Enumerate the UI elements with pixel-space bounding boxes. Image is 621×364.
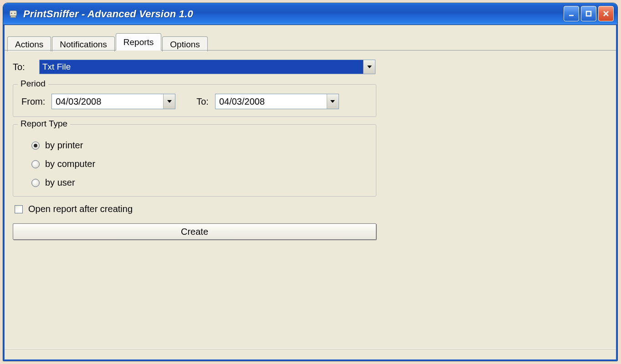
svg-point-3 xyxy=(14,12,15,13)
open-after-label: Open report after creating xyxy=(28,204,133,214)
dropdown-icon xyxy=(327,94,339,109)
radio-label: by printer xyxy=(45,140,83,151)
dropdown-icon xyxy=(163,94,175,109)
app-window: PrintSniffer - Advanced Version 1.0 Acti… xyxy=(3,3,618,361)
radio-by-printer[interactable]: by printer xyxy=(31,140,368,151)
tabstrip: Actions Notifications Reports Options xyxy=(5,25,616,51)
svg-marker-9 xyxy=(167,100,172,103)
svg-rect-0 xyxy=(10,10,17,15)
output-destination-row: To: Txt File xyxy=(13,60,608,74)
radio-label: by user xyxy=(45,177,75,188)
radio-by-computer[interactable]: by computer xyxy=(31,159,368,169)
tab-options[interactable]: Options xyxy=(162,36,207,51)
svg-rect-5 xyxy=(586,11,591,16)
output-destination-value: Txt File xyxy=(40,60,363,74)
radio-icon xyxy=(31,142,40,150)
create-button-label: Create xyxy=(181,227,208,237)
minimize-button[interactable] xyxy=(564,6,579,21)
to-label: To: xyxy=(13,62,31,72)
window-title: PrintSniffer - Advanced Version 1.0 xyxy=(23,8,193,20)
to-label-period: To: xyxy=(196,96,209,107)
svg-marker-10 xyxy=(330,100,335,103)
from-date-value: 04/03/2008 xyxy=(52,94,163,109)
output-destination-combo[interactable]: Txt File xyxy=(39,60,375,74)
to-date-picker[interactable]: 04/03/2008 xyxy=(215,94,339,109)
checkbox-icon xyxy=(15,205,23,213)
period-groupbox: Period From: 04/03/2008 To: 04/03/2008 xyxy=(13,84,376,117)
period-legend: Period xyxy=(18,79,48,89)
tab-content-reports: To: Txt File Period From: 04/03/2008 xyxy=(5,51,616,347)
from-date-picker[interactable]: 04/03/2008 xyxy=(51,94,175,109)
radio-icon xyxy=(31,160,40,168)
to-date-value: 04/03/2008 xyxy=(216,94,327,109)
svg-rect-1 xyxy=(11,15,16,17)
from-label: From: xyxy=(21,96,45,107)
titlebar[interactable]: PrintSniffer - Advanced Version 1.0 xyxy=(3,3,617,25)
client-area: Actions Notifications Reports Options To… xyxy=(3,25,617,361)
app-icon xyxy=(8,9,19,20)
statusbar xyxy=(5,349,616,359)
create-button[interactable]: Create xyxy=(13,223,376,240)
radio-icon xyxy=(31,179,40,187)
open-after-checkbox-row[interactable]: Open report after creating xyxy=(15,204,608,214)
window-controls xyxy=(564,6,614,21)
tab-reports[interactable]: Reports xyxy=(116,33,162,51)
svg-marker-8 xyxy=(367,66,372,68)
radio-by-user[interactable]: by user xyxy=(31,177,368,188)
svg-point-2 xyxy=(11,12,12,13)
close-button[interactable] xyxy=(598,6,614,21)
tab-actions[interactable]: Actions xyxy=(7,36,51,51)
radio-label: by computer xyxy=(45,159,95,169)
report-type-groupbox: Report Type by printer by computer by us… xyxy=(13,124,376,197)
dropdown-icon xyxy=(363,60,375,74)
tab-notifications[interactable]: Notifications xyxy=(52,36,115,51)
maximize-button[interactable] xyxy=(581,6,596,21)
report-type-legend: Report Type xyxy=(18,119,70,129)
